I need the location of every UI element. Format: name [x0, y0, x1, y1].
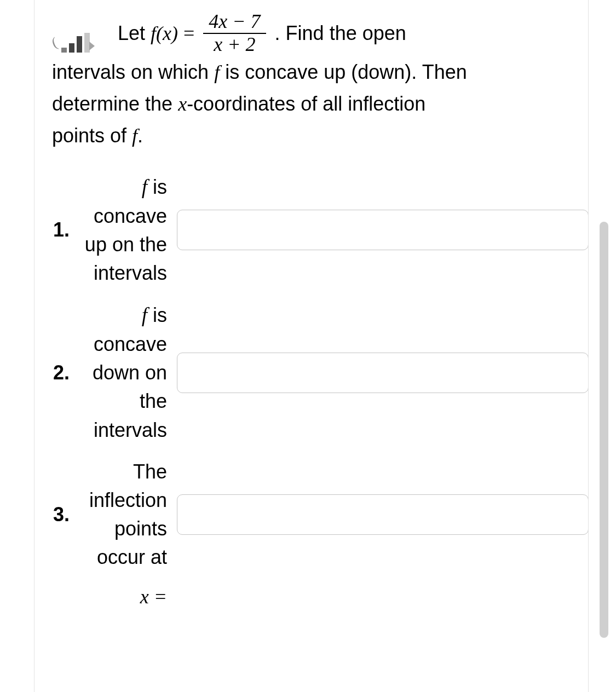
answer-number: 2.	[52, 358, 70, 388]
scrollbar[interactable]	[600, 222, 608, 638]
text-let: Let	[118, 19, 145, 48]
text: is concave down on the intervals	[93, 304, 167, 441]
fraction: 4x − 7 x + 2	[203, 11, 266, 55]
problem-line-1: Let f(x) = 4x − 7 x + 2 . Find the open	[118, 11, 589, 55]
answer-row-1: 1. f is concave up on the intervals	[52, 172, 589, 287]
text: intervals on which	[52, 61, 209, 83]
problem-page: ( Let f(x) = 4x − 7 x + 2 . Find the ope…	[0, 0, 616, 692]
text-f: f	[214, 61, 220, 83]
text: .	[137, 124, 143, 147]
problem-line-4: points of f.	[52, 121, 589, 151]
text-f: f	[132, 125, 137, 147]
text-f: f	[142, 304, 147, 326]
fraction-denominator: x + 2	[208, 34, 261, 56]
play-icon	[89, 42, 95, 50]
text-eq: =	[183, 19, 194, 48]
answer-label: f is concave down on the intervals	[79, 301, 167, 444]
text: points of	[52, 124, 132, 147]
answer-row-3: 3. The inflection points occur at	[52, 458, 589, 572]
text: The inflection points occur at	[89, 460, 167, 569]
text: determine the	[52, 93, 178, 115]
answer-number: 1.	[52, 215, 70, 245]
text: is concave up (down). Then	[225, 61, 467, 83]
text-f: f	[142, 176, 147, 198]
answer-number: 3.	[52, 500, 70, 529]
signal-icon: (	[52, 32, 90, 53]
problem-line-2: intervals on which f is concave up (down…	[52, 57, 589, 87]
text: is concave up on the intervals	[85, 176, 167, 284]
text-fx: f(x)	[151, 19, 178, 48]
answers-list: 1. f is concave up on the intervals 2. f…	[52, 172, 589, 611]
problem-statement: Let f(x) = 4x − 7 x + 2 . Find the open …	[52, 11, 589, 151]
answer-input-3[interactable]	[177, 494, 589, 535]
answer-input-1[interactable]	[177, 210, 589, 250]
answer-label: f is concave up on the intervals	[79, 172, 167, 287]
problem-line-3: determine the x-coordinates of all infle…	[52, 89, 589, 119]
x-equals-label: x =	[52, 582, 167, 612]
text: -coordinates of all inflection	[187, 93, 425, 115]
answer-row-2: 2. f is concave down on the intervals	[52, 301, 589, 444]
answer-input-2[interactable]	[177, 353, 589, 393]
bars-icon	[61, 33, 90, 53]
paren-icon: (	[49, 32, 60, 54]
text-x: x	[178, 93, 187, 115]
answer-label: The inflection points occur at	[79, 458, 167, 572]
text-x-eq: x =	[140, 582, 167, 612]
text-after-frac: . Find the open	[275, 19, 406, 48]
fraction-numerator: 4x − 7	[203, 11, 266, 33]
